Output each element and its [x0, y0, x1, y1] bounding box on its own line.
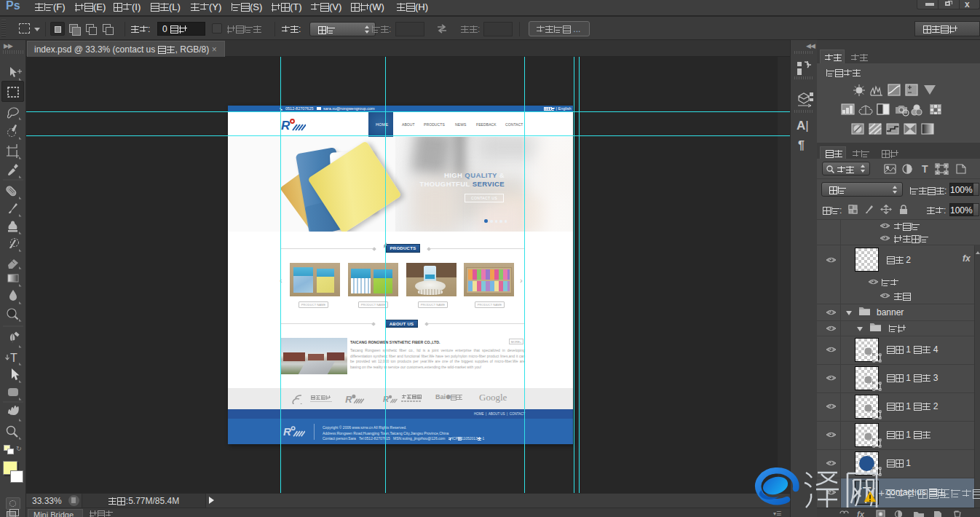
svg-text:R: R	[283, 425, 291, 438]
svg-text:T: T	[922, 163, 928, 175]
svg-text:fx: fx	[857, 510, 865, 517]
svg-text:R: R	[383, 395, 389, 403]
svg-text:R: R	[345, 394, 352, 405]
svg-text:T: T	[10, 352, 17, 364]
